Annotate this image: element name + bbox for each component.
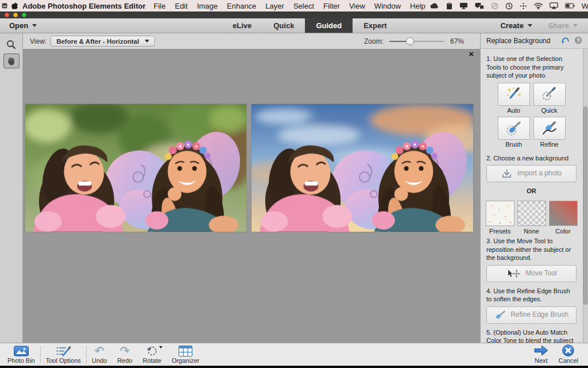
menu-layer[interactable]: Layer (261, 2, 289, 10)
panel-title: Replace Background (486, 37, 550, 45)
next-arrow-icon (534, 344, 548, 356)
auto-label: Auto (507, 106, 520, 115)
mode-tabbar: Open eLive Quick Guided Expert Create Sh… (0, 18, 588, 33)
quick-selection-icon (541, 86, 558, 102)
hand-tool-button[interactable] (3, 53, 20, 68)
close-window-button[interactable] (5, 13, 9, 17)
time-machine-icon[interactable] (505, 2, 513, 10)
zoom-label: Zoom: (364, 37, 384, 45)
move-tool-button[interactable]: Move Tool (486, 265, 577, 282)
image-icon[interactable] (2, 3, 7, 9)
rotate-icon (146, 345, 158, 356)
clipboard-icon[interactable] (446, 2, 452, 10)
import-photo-label: Import a photo (517, 169, 562, 178)
selection-brush-icon (505, 121, 523, 136)
auto-selection-button[interactable] (498, 83, 530, 106)
undo-icon: ↶ (95, 345, 105, 356)
zoom-slider-thumb[interactable] (406, 37, 414, 45)
import-icon (501, 169, 512, 179)
reset-panel-icon[interactable] (561, 36, 570, 46)
share-button-label: Share (548, 21, 569, 30)
quick-selection-button[interactable] (533, 83, 566, 106)
cancel-button[interactable]: Cancel (554, 343, 583, 366)
redo-button[interactable]: ↷ Redo (112, 343, 137, 366)
zoom-window-button[interactable] (22, 13, 26, 17)
refine-edge-brush-label: Refine Edge Brush (510, 310, 568, 320)
menu-select[interactable]: Select (289, 2, 319, 10)
view-label: View: (30, 37, 47, 45)
view-options-bar: View: Before & After - Horizontal Zoom: … (23, 33, 480, 49)
panel-body: 1. Use one of the Selection Tools to cho… (481, 49, 588, 343)
display-icon[interactable] (459, 2, 468, 9)
brush-selection-button[interactable] (498, 117, 530, 140)
tab-expert[interactable]: Expert (353, 18, 397, 33)
step1-text: 1. Use one of the Selection Tools to cho… (486, 55, 577, 80)
open-button[interactable]: Open (0, 18, 46, 33)
menu-file[interactable]: File (149, 2, 171, 10)
minimize-window-button[interactable] (13, 13, 18, 17)
organizer-icon (179, 345, 192, 356)
menu-window[interactable]: Window (370, 2, 405, 10)
menubar-app-name[interactable]: Adobe Photoshop Elements Editor (22, 2, 146, 10)
crosshair-icon[interactable] (520, 2, 527, 10)
undo-button[interactable]: ↶ Undo (87, 343, 112, 366)
none-swatch[interactable] (517, 201, 546, 226)
rotate-button[interactable]: Rotate (137, 343, 166, 366)
organizer-button[interactable]: Organizer (167, 343, 204, 366)
window-titlebar (0, 12, 588, 18)
refine-selection-button[interactable] (533, 117, 566, 140)
tab-elive[interactable]: eLive (222, 18, 262, 33)
wifi-icon[interactable] (534, 3, 543, 9)
step4-text: 4. Use the Refine Edge Brush to soften t… (486, 287, 577, 304)
background-swatches: Presets None Color (486, 201, 577, 236)
zoom-slider[interactable] (389, 37, 444, 45)
canvas-area[interactable]: × (23, 49, 480, 343)
refine-edge-brush-button[interactable]: Refine Edge Brush (486, 306, 577, 324)
tab-quick[interactable]: Quick (262, 18, 305, 33)
close-guided-edit-icon[interactable]: × (469, 49, 474, 59)
photo-bin-label: Photo Bin (7, 357, 35, 364)
panel-scrollbar-thumb[interactable] (583, 106, 587, 305)
import-photo-button[interactable]: Import a photo (486, 165, 577, 182)
chevron-down-icon (32, 24, 37, 27)
color-label: Color (555, 227, 570, 236)
menu-enhance[interactable]: Enhance (222, 2, 261, 10)
airplay-icon[interactable] (550, 2, 558, 9)
menu-filter[interactable]: Filter (319, 2, 345, 10)
tool-options-button[interactable]: Tool Options (41, 343, 86, 366)
help-icon[interactable]: ? (574, 36, 582, 46)
chevron-down-icon (145, 40, 149, 43)
menu-view[interactable]: View (345, 2, 370, 10)
presets-swatch[interactable] (486, 201, 514, 226)
create-button[interactable]: Create (500, 21, 532, 30)
battery-icon[interactable] (565, 3, 575, 9)
photo-bin-button[interactable]: Photo Bin (2, 343, 40, 366)
sidecar-display-icon[interactable] (475, 2, 484, 9)
next-button[interactable]: Next (529, 343, 554, 366)
photo-bin-icon (14, 345, 29, 356)
refine-brush-icon (541, 121, 558, 136)
rotate-dropdown-icon[interactable] (159, 346, 163, 348)
panel-scrollbar[interactable] (583, 49, 588, 343)
after-photo[interactable] (251, 103, 474, 232)
taskbar: Photo Bin Tool Options ↶ Undo ↷ Redo Rot… (0, 343, 588, 366)
before-photo[interactable] (25, 103, 247, 232)
menu-help[interactable]: Help (405, 2, 430, 10)
cloud-icon[interactable] (430, 2, 439, 9)
color-swatch[interactable] (549, 201, 578, 226)
next-label: Next (535, 357, 548, 364)
apple-menu-icon[interactable] (11, 2, 18, 10)
cancel-label: Cancel (559, 357, 578, 364)
share-button[interactable]: Share (548, 21, 578, 30)
menu-image[interactable]: Image (192, 2, 222, 10)
move-tool-label: Move Tool (525, 269, 556, 278)
tab-guided[interactable]: Guided (305, 18, 353, 33)
magic-wand-icon (505, 86, 523, 102)
menu-edit[interactable]: Edit (170, 2, 192, 10)
wrench-icon[interactable] (491, 2, 498, 10)
menubar-clock[interactable]: Wed Nov 8 12:11 (582, 2, 588, 10)
view-mode-dropdown[interactable]: Before & After - Horizontal (51, 36, 155, 47)
zoom-tool-button[interactable] (3, 37, 20, 52)
chevron-down-icon (528, 24, 532, 27)
redo-label: Redo (117, 357, 132, 364)
